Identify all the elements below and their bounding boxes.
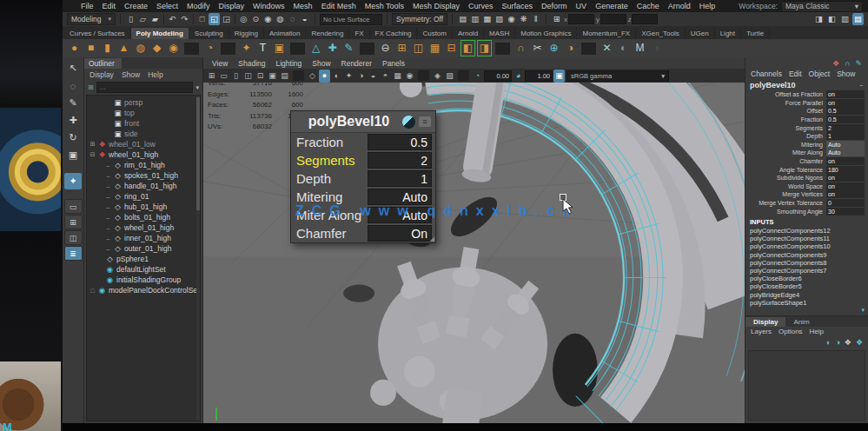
expand-toggle-icon[interactable]: –	[105, 162, 111, 169]
channel-value-field[interactable]: on	[826, 157, 865, 165]
shelf-tab[interactable]: Custom	[417, 28, 453, 39]
attribute-label[interactable]: Chamfer	[296, 226, 347, 241]
speed-graph-icon[interactable]: ∩	[845, 58, 850, 69]
viewport-menu-item[interactable]: Panels	[377, 59, 410, 68]
construction-plane-icon[interactable]: △	[308, 40, 323, 56]
light-editor-icon[interactable]: ❋	[518, 13, 529, 25]
polybevel-title-bar[interactable]: polyBevel10 ≡	[291, 111, 435, 133]
outliner-item[interactable]: – ◇ spokes_01_high	[87, 170, 200, 181]
gamma-icon[interactable]: ◕	[513, 70, 524, 83]
menu-item[interactable]: Modify	[182, 2, 215, 10]
safe-action-icon[interactable]: ▣	[267, 70, 278, 83]
poly-cylinder-icon[interactable]: ▮	[100, 40, 115, 56]
channel-row[interactable]: Merge Vertices on	[745, 190, 868, 199]
outliner-title[interactable]: Outliner	[84, 58, 122, 69]
expand-toggle-icon[interactable]: –	[105, 235, 111, 242]
shelf-tab[interactable]: XGen_Tools	[636, 28, 686, 39]
add-divisions-icon[interactable]: ⊟	[444, 40, 459, 56]
layer-editor-tab[interactable]: Display	[745, 317, 785, 327]
channel-row[interactable]: Miter Along Auto	[745, 149, 868, 157]
viewport-menu-item[interactable]: View	[207, 59, 233, 68]
mirror-icon[interactable]: ◑	[563, 40, 578, 56]
undo-icon[interactable]: ↶	[167, 13, 178, 25]
history-node-item[interactable]: polyConnectComponents9	[745, 250, 868, 258]
menu-item[interactable]: Help	[695, 2, 720, 10]
menu-item[interactable]: UV	[572, 2, 592, 10]
coordinate-z-field[interactable]: z	[628, 14, 659, 24]
outliner-item[interactable]: □ ◉ modelPanelDockControlSet	[87, 285, 200, 295]
new-scene-icon[interactable]: ▯	[125, 13, 136, 25]
outliner-item[interactable]: – ◇ wheel_01_high	[87, 222, 200, 233]
channel-box-menu-item[interactable]: Object	[809, 70, 831, 78]
grid-icon[interactable]: ⊞	[206, 70, 217, 83]
multisample-icon[interactable]: ▦	[392, 70, 403, 83]
history-node-item[interactable]: polyCloseBorder5	[745, 282, 868, 290]
shelf-tab[interactable]: Rendering	[306, 28, 349, 39]
outliner-scrollbar[interactable]	[196, 96, 200, 421]
menu-item[interactable]: Cache	[633, 2, 664, 10]
viewport-menu-item[interactable]: Show	[307, 59, 335, 68]
expand-toggle-icon[interactable]: □	[89, 288, 96, 294]
attribute-value-field[interactable]: 2	[368, 152, 432, 169]
menu-item[interactable]: Curves	[464, 2, 498, 10]
poly-text-icon[interactable]: T	[255, 40, 270, 56]
menu-item[interactable]: Arnold	[664, 2, 695, 10]
shadows-icon[interactable]: ◑	[355, 70, 367, 83]
shelf-tab[interactable]: Light	[715, 28, 741, 39]
poly-plane-icon[interactable]: ◆	[149, 40, 164, 56]
shelf-tab[interactable]: Motion Graphics	[515, 28, 577, 39]
select-object-icon[interactable]: ◱	[209, 13, 220, 25]
channel-row[interactable]: Subdivide Ngons on	[745, 174, 868, 182]
shelf-tab[interactable]: Animation	[264, 28, 307, 39]
layer-solo-icon[interactable]: ◑	[835, 338, 839, 347]
filter-grid-icon[interactable]: ⊞	[88, 83, 94, 91]
shelf-tab[interactable]: Momentum_FX	[577, 28, 636, 39]
menu-item[interactable]: Mesh Tools	[361, 2, 408, 10]
pause-viewport-icon[interactable]: ‖	[530, 13, 541, 25]
menu-item[interactable]: Surfaces	[498, 2, 538, 10]
bridge-icon[interactable]: ∩	[514, 40, 528, 56]
hypershade-icon[interactable]: ◉	[506, 13, 517, 25]
resize-grip-icon[interactable]: ◢	[430, 235, 434, 242]
snap-grid-icon[interactable]: ◎	[238, 13, 249, 25]
rotate-tool-icon[interactable]: ↻	[64, 129, 82, 146]
render-view-icon[interactable]: ▤	[457, 13, 468, 25]
channel-row[interactable]: Chamfer on	[745, 157, 868, 166]
wireframe-icon[interactable]: ◇	[307, 70, 318, 83]
snap-curve-icon[interactable]: ⊙	[250, 13, 262, 25]
move-tool-icon[interactable]: ✚	[64, 112, 82, 129]
workspace-dropdown[interactable]: Maya Classic ▾	[781, 1, 863, 12]
channel-value-field[interactable]: 0	[826, 199, 865, 207]
shelf-tab[interactable]: Rigging	[229, 28, 264, 39]
channel-value-field[interactable]: on	[826, 90, 865, 98]
expand-toggle-icon[interactable]: –	[105, 215, 111, 221]
gamma-field[interactable]: 1.00	[525, 70, 553, 82]
shaded-icon[interactable]: ●	[319, 70, 330, 83]
select-component-icon[interactable]: ◲	[221, 13, 232, 25]
outliner-item[interactable]: ▣ persp	[87, 97, 200, 108]
channel-row[interactable]: Offset as Fraction on	[745, 90, 868, 99]
outliner-item[interactable]: – ◇ hub_01_high	[87, 202, 200, 212]
outliner-item[interactable]: – ◇ bolts_01_high	[87, 212, 200, 222]
layer-editor-tab[interactable]: Anim	[785, 317, 817, 327]
new-empty-layer-icon[interactable]: ❖	[845, 338, 851, 347]
modeling-toolkit-toggle-icon[interactable]: ▤	[852, 13, 864, 25]
exposure-field[interactable]: 0.00	[484, 70, 512, 82]
expand-toggle-icon[interactable]: –	[105, 204, 111, 210]
layout-outliner-persp-button[interactable]: ≣	[64, 246, 83, 261]
chevron-down-icon[interactable]: ▾	[195, 84, 199, 91]
viewport-canvas[interactable]: Verts: 57716 600 Edges: 113500 1600 Face…	[203, 83, 745, 423]
channel-value-field[interactable]: Auto	[826, 141, 865, 149]
viewport-menu-item[interactable]: Shading	[233, 59, 270, 68]
channel-value-field[interactable]: on	[826, 174, 865, 182]
channel-value-field[interactable]: 180	[826, 166, 865, 174]
exposure-icon[interactable]: ◔	[472, 70, 483, 83]
hamburger-menu-icon[interactable]: ≡	[419, 116, 431, 127]
attribute-value-field[interactable]: 1	[368, 170, 432, 187]
shelf-tab[interactable]: MASH	[484, 28, 515, 39]
combine-icon[interactable]: ⊞	[394, 40, 409, 56]
scroll-more-icon[interactable]: ▾	[745, 307, 868, 314]
xray-icon[interactable]: ▨	[444, 70, 455, 83]
attribute-value-field[interactable]: On	[368, 225, 432, 242]
textured-icon[interactable]: ◐	[331, 70, 342, 83]
